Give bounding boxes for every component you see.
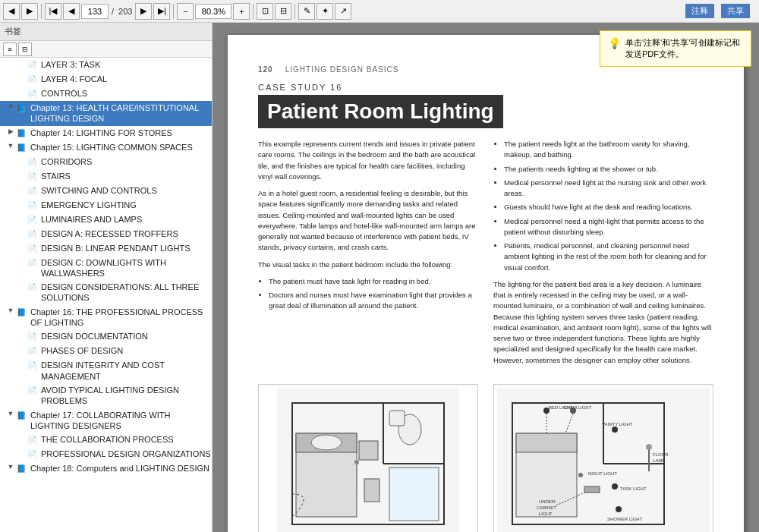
tooltip-text: 单击'注释'和'共享'可创建标记和发送PDF文件。 [625, 37, 743, 60]
svg-point-24 [616, 506, 622, 512]
expand-icon [17, 185, 26, 194]
sidebar-item-controls[interactable]: 📄 CONTROLS [0, 87, 212, 101]
bullet-3: Medical personnel need light at the nurs… [504, 178, 713, 200]
page-icon: 📄 [27, 258, 38, 269]
first-page-button[interactable]: |◀ [45, 3, 61, 20]
sidebar-item-designConsiderations[interactable]: 📄 DESIGN CONSIDERATIONS: ALL THREE SOLUT… [0, 280, 212, 305]
expand-icon [17, 360, 26, 369]
sidebar-item-integrity[interactable]: 📄 DESIGN INTEGRITY AND COST MANAGEMENT [0, 358, 212, 383]
svg-text:FLOOR: FLOOR [653, 452, 669, 457]
svg-point-37 [578, 473, 583, 477]
expand-icon [17, 257, 26, 266]
left-column: This example represents current trends a… [258, 139, 478, 372]
sidebar-item-ch14[interactable]: ▶ 📘 Chapter 14: LIGHTING FOR STORES [0, 126, 212, 140]
sidebar-item-label: PHASES OF DESIGN [41, 345, 212, 356]
page-icon: 📄 [27, 229, 38, 240]
page-icon: 📄 [27, 449, 38, 460]
sidebar-item-label: Chapter 14: LIGHTING FOR STORES [30, 127, 212, 138]
sidebar-item-label: LUMINAIRES AND LAMPS [41, 214, 212, 225]
sidebar-item-designB[interactable]: 📄 DESIGN B: LINEAR PENDANT LIGHTS [0, 241, 212, 256]
sidebar-item-label: Chapter 13: HEALTH CARE/INSTITUTIONAL LI… [30, 102, 212, 124]
floorplan-svg [277, 388, 459, 532]
export-button[interactable]: ↗ [335, 3, 351, 20]
sidebar-item-label: Chapter 16: THE PROFESSIONAL PROCESS OF … [30, 307, 212, 329]
forward-button[interactable]: ▶ [21, 3, 38, 20]
expand-icon: ▼ [6, 102, 15, 112]
chapter-icon: 📘 [17, 143, 27, 153]
page-icon: 📄 [27, 89, 38, 99]
sidebar-item-ch13[interactable]: ▼ 📘 Chapter 13: HEALTH CARE/INSTITUTIONA… [0, 101, 212, 126]
sidebar-item-stairs[interactable]: 📄 STAIRS [0, 169, 212, 184]
annotation-button[interactable]: ✎ [298, 3, 315, 20]
lightbulb-icon: 💡 [608, 37, 621, 49]
zoom-out-button[interactable]: − [177, 3, 194, 20]
sidebar-item-layer3[interactable]: 📄 LAYER 3: TASK [0, 58, 212, 72]
sidebar-item-designC[interactable]: 📄 DESIGN C: DOWNLIGHTS WITH WALLWASHERS [0, 256, 212, 281]
sidebar-expand-button[interactable]: ≡ [3, 42, 17, 56]
sidebar-item-corridors[interactable]: 📄 CORRIDORS [0, 155, 212, 169]
next-page-button[interactable]: ▶ [135, 3, 152, 20]
zoom-input[interactable]: 80.3% [195, 4, 231, 19]
zoom-in-button[interactable]: + [233, 3, 250, 20]
bullet-4: Guests should have light at the desk and… [504, 202, 713, 212]
bullet-5: Medical personnel need a night-light tha… [504, 216, 713, 238]
sidebar-item-layer4[interactable]: 📄 LAYER 4: FOCAL [0, 72, 212, 87]
expand-icon: ▼ [6, 307, 15, 316]
sidebar-item-label: Chapter 15: LIGHTING COMMON SPACES [30, 142, 212, 153]
page-separator: / [110, 7, 115, 16]
fit-page-button[interactable]: ⊡ [257, 3, 273, 20]
sidebar-item-label: DESIGN CONSIDERATIONS: ALL THREE SOLUTIO… [41, 282, 212, 304]
chapter-icon: 📘 [17, 307, 27, 318]
svg-text:TASK LIGHT: TASK LIGHT [620, 486, 647, 491]
toolbar: ◀ ▶ |◀ ◀ 133 / 203 ▶ ▶| − 80.3% + ⊡ ⊟ ✎ … [0, 0, 759, 23]
sidebar-toolbar: ≡ ⊟ [0, 41, 212, 58]
svg-rect-9 [389, 467, 439, 521]
sidebar-item-label: Chapter 17: COLLABORATING WITH LIGHTING … [30, 410, 212, 432]
sidebar-item-switching[interactable]: 📄 SWITCHING AND CONTROLS [0, 184, 212, 198]
sidebar-item-label: EMERGENCY LIGHTING [41, 200, 212, 210]
tasks-list: The patient must have task light for rea… [258, 276, 478, 312]
sidebar-item-label: SWITCHING AND CONTROLS [41, 185, 212, 196]
last-page-button[interactable]: ▶| [153, 3, 170, 20]
sidebar-item-ch16[interactable]: ▼ 📘 Chapter 16: THE PROFESSIONAL PROCESS… [0, 305, 212, 330]
sidebar-title: 书签 [5, 26, 21, 37]
svg-text:NIGHT LIGHT: NIGHT LIGHT [588, 471, 617, 476]
page-icon: 📄 [27, 360, 38, 371]
sidebar-item-avoid[interactable]: 📄 AVOID TYPICAL LIGHTING DESIGN PROBLEMS [0, 383, 212, 408]
sidebar-item-collabProcess[interactable]: 📄 THE COLLABORATION PROCESS [0, 433, 212, 447]
svg-text:EXAM LIGHT: EXAM LIGHT [564, 405, 592, 410]
share-button[interactable]: 共享 [721, 4, 750, 18]
page-icon: 📄 [27, 74, 38, 85]
figure-right: BED LIGHT EXAM LIGHT SHOWER LIGHT VANITY… [493, 384, 713, 532]
fit-width-button[interactable]: ⊟ [275, 3, 291, 20]
register-button[interactable]: 注释 [685, 4, 714, 18]
figure-left: HOSPITAL PRIVATE ROOM Patient Room [258, 384, 478, 532]
bullet-6: Patients, medical personnel, and cleanin… [504, 241, 713, 273]
page-number-input[interactable]: 133 [81, 4, 109, 19]
sidebar-item-professionalOrgs[interactable]: 📄 PROFESSIONAL DESIGN ORGANIZATIONS [0, 447, 212, 461]
task-item-2: Doctors and nurses must have examination… [269, 290, 478, 312]
sidebar-collapse-button[interactable]: ⊟ [18, 42, 32, 56]
sidebar-item-ch18[interactable]: ▼ 📘 Chapter 18: Computers and LIGHTING D… [0, 461, 212, 476]
sidebar-item-label: Chapter 18: Computers and LIGHTING DESIG… [30, 463, 212, 474]
page-icon: 📄 [27, 346, 38, 357]
sidebar-item-ch17[interactable]: ▼ 📘 Chapter 17: COLLABORATING WITH LIGHT… [0, 408, 212, 433]
back-button[interactable]: ◀ [3, 3, 20, 20]
expand-icon [17, 331, 26, 340]
sidebar-item-designDoc[interactable]: 📄 DESIGN DOCUMENTATION [0, 329, 212, 344]
chapter-icon: 📘 [17, 103, 27, 114]
sidebar-item-ch15[interactable]: ▼ 📘 Chapter 15: LIGHTING COMMON SPACES [0, 140, 212, 155]
sidebar-item-phases[interactable]: 📄 PHASES OF DESIGN [0, 344, 212, 358]
chapter-icon: 📘 [17, 411, 27, 421]
sidebar-item-designA[interactable]: 📄 DESIGN A: RECESSED TROFFERS [0, 227, 212, 241]
stamp-button[interactable]: ✦ [317, 3, 333, 20]
page-icon: 📄 [27, 157, 38, 168]
svg-text:LAMP: LAMP [653, 458, 665, 463]
prev-page-button[interactable]: ◀ [63, 3, 80, 20]
sidebar-item-emergency[interactable]: 📄 EMERGENCY LIGHTING [0, 198, 212, 212]
expand-icon [17, 345, 26, 354]
sidebar-item-luminaires[interactable]: 📄 LUMINAIRES AND LAMPS [0, 212, 212, 227]
svg-text:CABINET: CABINET [537, 505, 556, 510]
expand-icon [17, 282, 26, 291]
expand-icon [17, 243, 26, 252]
